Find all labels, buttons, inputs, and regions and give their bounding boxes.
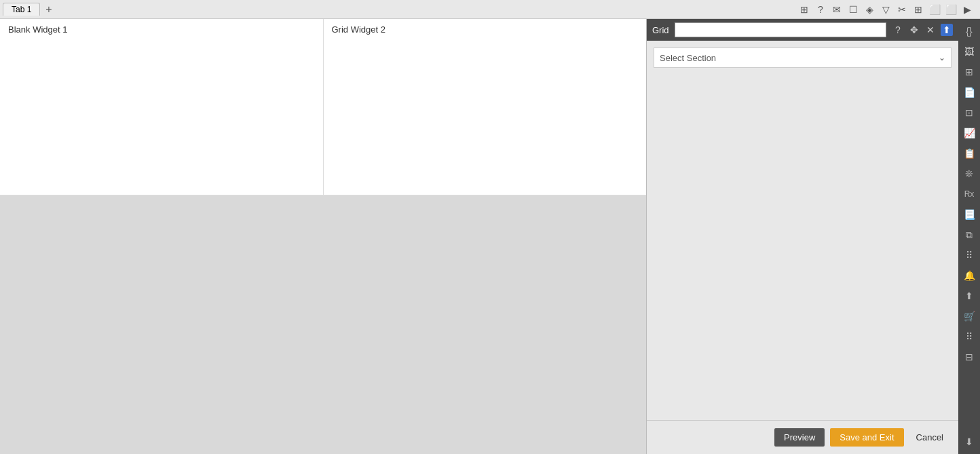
sidebar-table-icon[interactable]: ⊞ xyxy=(960,62,979,81)
mail-icon[interactable]: ✉ xyxy=(831,3,843,16)
sidebar-document-icon[interactable]: 📄 xyxy=(960,83,979,102)
sidebar-copy-icon[interactable]: 📋 xyxy=(960,144,979,163)
sidebar-chart-icon[interactable]: 📈 xyxy=(960,124,979,143)
select-section-label: Select Section xyxy=(660,53,939,63)
sidebar-rx-icon[interactable]: Rx xyxy=(960,185,979,204)
settings-icon[interactable]: ◈ xyxy=(863,3,875,16)
chevron-down-icon: ⌄ xyxy=(939,53,945,62)
sidebar-brackets-icon[interactable]: {} xyxy=(960,22,979,41)
right-sidebar: {} 🖼 ⊞ 📄 ⊡ 📈 📋 ❊ Rx 📃 ⧉ ⠿ 🔔 ⬆ 🛒 ⠿ ⊟ ⬇ xyxy=(958,19,980,454)
sidebar-image-icon[interactable]: 🖼 xyxy=(960,42,979,61)
cut-icon[interactable]: ✂ xyxy=(896,3,908,16)
panel-move-icon[interactable]: ✥ xyxy=(908,24,920,36)
canvas-lower xyxy=(0,195,646,454)
select-section-wrapper: Select Section ⌄ xyxy=(654,48,951,68)
blank-widget-1: Blank Widget 1 xyxy=(0,19,324,195)
panel-active-icon[interactable]: ⬆ xyxy=(941,24,953,36)
sidebar-layers-icon[interactable]: ⧉ xyxy=(960,225,979,244)
canvas-widgets: Blank Widget 1 Grid Widget 2 xyxy=(0,19,646,195)
chart-icon[interactable]: ⬜ xyxy=(945,3,957,16)
sidebar-grid-dots-icon[interactable]: ⠿ xyxy=(960,327,979,346)
right-panel: Grid ? ✥ ✕ ⬆ Select Section ⌄ Preview Sa… xyxy=(646,19,958,454)
tab-area: Tab 1 + xyxy=(3,3,55,16)
image-icon[interactable]: ⬜ xyxy=(928,3,941,16)
sidebar-upload-icon[interactable]: ⬆ xyxy=(960,286,979,305)
panel-close-icon[interactable]: ✕ xyxy=(924,24,937,36)
panel-content: Select Section ⌄ xyxy=(647,41,958,420)
table-icon[interactable]: ⊞ xyxy=(912,3,924,16)
dashboard-icon[interactable]: ⊞ xyxy=(798,3,810,16)
cancel-button[interactable]: Cancel xyxy=(909,428,950,447)
sidebar-download-icon[interactable]: ⬇ xyxy=(960,432,979,451)
sidebar-list-icon[interactable]: 📃 xyxy=(960,205,979,224)
help-icon[interactable]: ? xyxy=(814,3,827,16)
sidebar-bell-icon[interactable]: 🔔 xyxy=(960,266,979,285)
canvas-area: Blank Widget 1 Grid Widget 2 xyxy=(0,19,646,454)
sidebar-cart-icon[interactable]: 🛒 xyxy=(960,307,979,326)
panel-title: Grid xyxy=(652,25,669,35)
sidebar-panel-icon[interactable]: ⊟ xyxy=(960,347,979,366)
select-section-dropdown[interactable]: Select Section ⌄ xyxy=(654,48,951,68)
sidebar-component-icon[interactable]: ❊ xyxy=(960,164,979,183)
filter-icon[interactable]: ▽ xyxy=(880,3,892,16)
chat-icon[interactable]: ☐ xyxy=(847,3,859,16)
add-tab-button[interactable]: + xyxy=(43,3,54,16)
preview-button[interactable]: Preview xyxy=(774,428,825,447)
play-icon[interactable]: ▶ xyxy=(961,3,973,16)
top-icons: ⊞ ? ✉ ☐ ◈ ▽ ✂ ⊞ ⬜ ⬜ ▶ xyxy=(798,3,977,16)
main-area: Blank Widget 1 Grid Widget 2 Grid ? ✥ ✕ … xyxy=(0,19,980,454)
sidebar-grid-icon[interactable]: ⊡ xyxy=(960,103,979,122)
panel-title-input[interactable] xyxy=(675,22,886,37)
top-bar: Tab 1 + ⊞ ? ✉ ☐ ◈ ▽ ✂ ⊞ ⬜ ⬜ ▶ xyxy=(0,0,980,19)
panel-header-icons: ? ✥ ✕ ⬆ xyxy=(892,24,953,36)
tab-1[interactable]: Tab 1 xyxy=(3,3,40,16)
save-exit-button[interactable]: Save and Exit xyxy=(830,428,903,447)
grid-widget-2: Grid Widget 2 xyxy=(324,19,647,195)
panel-header: Grid ? ✥ ✕ ⬆ xyxy=(647,19,958,41)
panel-help-icon[interactable]: ? xyxy=(892,24,904,36)
sidebar-apps-icon[interactable]: ⠿ xyxy=(960,246,979,265)
panel-footer: Preview Save and Exit Cancel xyxy=(647,420,958,454)
